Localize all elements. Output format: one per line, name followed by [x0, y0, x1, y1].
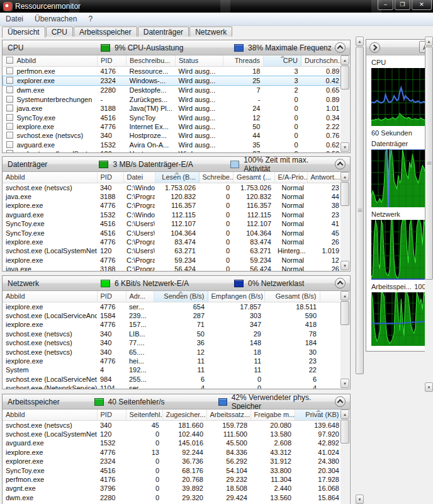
- column-header[interactable]: PID: [97, 410, 126, 420]
- scrollbar-thumb[interactable]: [340, 420, 349, 444]
- column-header[interactable]: Freigabe m...: [250, 410, 295, 420]
- table-row[interactable]: dwm.exe2280Desktopfe...Wird ausg...720.6…: [3, 86, 341, 95]
- column-header[interactable]: Antwort...: [307, 172, 340, 183]
- column-header[interactable]: Beschreibu...: [127, 55, 176, 66]
- table-row[interactable]: java.exe3188Java(TM) Pl...Wird ausg...24…: [3, 104, 341, 113]
- column-header[interactable]: Gesamt (B/s): [264, 291, 320, 302]
- table-row[interactable]: svchost.exe (netsvcs)340C:\Windo...1.753…: [3, 183, 340, 192]
- scroll-up-button[interactable]: ▲: [340, 55, 349, 65]
- disk-table-scrollbar[interactable]: ▲ ▼: [340, 172, 349, 270]
- scroll-up-button[interactable]: ▲: [340, 410, 349, 419]
- scrollbar-thumb[interactable]: [340, 182, 349, 206]
- table-row[interactable]: iexplore.exe4776Internet Ex...Wird ausg.…: [3, 122, 341, 131]
- table-row[interactable]: svchost.exe (netsvcs)340Hostproze...Wird…: [3, 131, 341, 140]
- table-row[interactable]: SyncToy.exe4516C:\Users\...104.3640104.3…: [3, 229, 340, 238]
- column-header[interactable]: PID: [97, 291, 126, 302]
- column-header[interactable]: Senden (B/s): [154, 291, 208, 302]
- table-row[interactable]: iexplore.exe47761392.24484.33643.31241.0…: [3, 448, 340, 457]
- column-header[interactable]: Threads: [223, 55, 264, 66]
- title-bar[interactable]: Ressourcenmonitor ‒ ❐ ✕: [0, 0, 433, 13]
- section-network-header[interactable]: Netzwerk 6 KBit/s Netzwerk-E/A 0% Netzwe…: [3, 276, 350, 291]
- table-row[interactable]: explorer.exe2324Windows-...Wird ausg...2…: [3, 76, 341, 85]
- row-checkbox[interactable]: [6, 132, 13, 139]
- column-header[interactable]: Status: [176, 55, 223, 66]
- table-row[interactable]: iexplore.exe4776hei...111123: [3, 357, 340, 365]
- column-header[interactable]: [320, 291, 340, 302]
- column-header[interactable]: Abbild: [3, 55, 98, 66]
- collapse-disk-button[interactable]: [335, 159, 346, 169]
- table-row[interactable]: svchost.exe (netsvcs)34077....36148184: [3, 338, 340, 347]
- table-row[interactable]: Systemunterbrechungen-Zurückges...Wird a…: [3, 95, 341, 104]
- scroll-up-button[interactable]: ▲: [425, 37, 433, 46]
- column-header[interactable]: Schreibe...: [199, 172, 233, 183]
- column-header[interactable]: Arbeitssatz...: [206, 410, 250, 420]
- scroll-down-button[interactable]: ▼: [425, 382, 433, 392]
- close-button[interactable]: ✕: [412, 0, 432, 10]
- tab-uebersicht[interactable]: Übersicht: [2, 26, 45, 38]
- table-row[interactable]: System4192...111122: [3, 365, 340, 374]
- table-row[interactable]: svchost.exe (netsvcs)340LIB...502978: [3, 329, 340, 338]
- menu-ueberwachen[interactable]: Überwachen: [29, 13, 82, 25]
- column-header[interactable]: Durchschn...: [301, 55, 341, 66]
- column-header[interactable]: CPU: [264, 55, 301, 66]
- scrollbar-thumb[interactable]: [425, 47, 433, 280]
- column-header[interactable]: Lesen (B...: [155, 172, 199, 183]
- table-row[interactable]: avguard.exe15320145.01645.5002.60842.892: [3, 438, 340, 447]
- column-header[interactable]: PID: [98, 55, 127, 66]
- column-header[interactable]: PID: [97, 172, 123, 183]
- section-disk-header[interactable]: Datenträger 3 MB/s Datenträger-E/A 100% …: [3, 157, 350, 172]
- column-header[interactable]: Seitenfehl...: [126, 410, 162, 420]
- row-checkbox[interactable]: [6, 150, 13, 152]
- table-row[interactable]: SyncToy.exe4516C:\Users\...112.1070112.1…: [3, 219, 340, 228]
- page-scrollbar[interactable]: ▲ ▼: [356, 37, 364, 504]
- table-row[interactable]: avgnt.exe3796039.89218.5082.44016.068: [3, 484, 340, 493]
- column-header[interactable]: E/A-Prio...: [274, 172, 307, 183]
- maximize-button[interactable]: ❐: [395, 0, 410, 10]
- row-checkbox[interactable]: [6, 77, 13, 84]
- scrollbar-thumb[interactable]: [340, 66, 349, 89]
- table-row[interactable]: svchost.exe (LocalSystemNet...120Hostpro…: [3, 149, 341, 152]
- section-cpu-header[interactable]: CPU 9% CPU-Auslastung 38% Maximale Frequ…: [3, 40, 350, 55]
- scroll-down-button[interactable]: ▼: [340, 142, 349, 152]
- collapse-network-button[interactable]: [335, 278, 346, 289]
- scrollbar-thumb[interactable]: [356, 47, 364, 374]
- scroll-down-button[interactable]: ▼: [340, 379, 349, 388]
- collapse-memory-button[interactable]: [335, 396, 346, 407]
- minimize-button[interactable]: ‒: [378, 0, 393, 10]
- collapse-graphs-button[interactable]: [369, 42, 380, 53]
- table-row[interactable]: java.exe3188C:\Progra...120.8320120.832N…: [3, 192, 340, 201]
- section-memory-header[interactable]: Arbeitsspeicher 40 Seitenfehler/s 42% Ve…: [3, 394, 350, 410]
- table-row[interactable]: iexplore.exe4776157...71347418: [3, 320, 340, 329]
- memory-table-scrollbar[interactable]: ▲: [340, 410, 349, 504]
- table-row[interactable]: explorer.exe2324036.73656.29231.91224.38…: [3, 457, 340, 466]
- table-row[interactable]: avguard.exe1532C:\Windo...112.1150112.11…: [3, 210, 340, 219]
- table-row[interactable]: svchost.exe (LocalSystemNetwo...120C:\Us…: [3, 246, 340, 255]
- scrollbar-thumb[interactable]: [340, 301, 349, 325]
- table-row[interactable]: avguard.exe1532Avira On-A...Wird ausg...…: [3, 140, 341, 149]
- table-row[interactable]: svchost.exe (LocalServiceNetwo...984255.…: [3, 375, 340, 384]
- row-checkbox[interactable]: [6, 141, 13, 148]
- table-row[interactable]: svchost.exe (netsvcs)34065....121830: [3, 348, 340, 357]
- table-row[interactable]: svchost.exe (LocalServiceAndNo...1584239…: [3, 311, 340, 320]
- table-row[interactable]: SyncToy.exe4516SyncToyWird ausg...1200.3…: [3, 113, 341, 122]
- table-row[interactable]: svchost.exe (NetworkService)1104ser...40…: [3, 384, 340, 389]
- tab-arbeitsspeicher[interactable]: Arbeitsspeicher: [74, 26, 137, 37]
- table-row[interactable]: java.exe3188C:\Progra...56.424056.424Nor…: [3, 265, 340, 271]
- scroll-down-button[interactable]: ▼: [356, 495, 364, 504]
- tab-datentraeger[interactable]: Datenträger: [138, 26, 189, 37]
- row-checkbox[interactable]: [6, 86, 13, 93]
- scroll-up-button[interactable]: ▲: [340, 291, 349, 301]
- table-row[interactable]: svchost.exe (netsvcs)34045181.660159.728…: [3, 420, 340, 430]
- tab-cpu[interactable]: CPU: [46, 26, 73, 37]
- table-row[interactable]: perfmon.exe4176Ressource...Wird ausg...1…: [3, 66, 341, 76]
- column-header[interactable]: Abbild: [3, 291, 97, 302]
- row-checkbox[interactable]: [6, 105, 13, 112]
- table-row[interactable]: iexplore.exe4776C:\Progra...83.474083.47…: [3, 238, 340, 246]
- column-header[interactable]: Abbild: [3, 410, 97, 420]
- table-row[interactable]: iexplore.exe4776C:\Progra...116.3570116.…: [3, 201, 340, 210]
- table-row[interactable]: iexplore.exe4776C:\Progra...59.234059.23…: [3, 256, 340, 265]
- scroll-up-button[interactable]: ▲: [340, 172, 349, 181]
- table-row[interactable]: dwm.exe2280029.32029.42413.56015.864: [3, 493, 340, 502]
- row-checkbox[interactable]: [6, 123, 13, 130]
- cpu-table-scrollbar[interactable]: ▲ ▼: [340, 55, 349, 152]
